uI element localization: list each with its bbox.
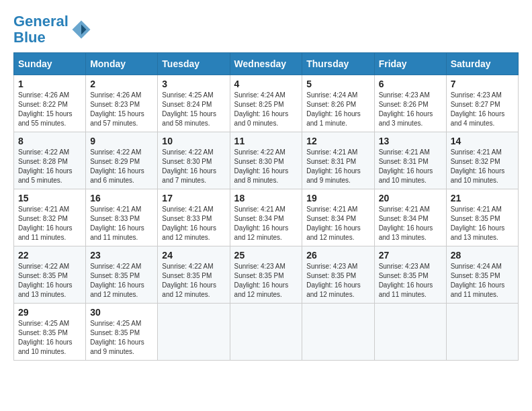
- day-cell-19: 19Sunrise: 4:21 AMSunset: 8:34 PMDayligh…: [302, 189, 374, 246]
- day-cell-18: 18Sunrise: 4:21 AMSunset: 8:34 PMDayligh…: [230, 189, 302, 246]
- day-info: Sunrise: 4:22 AMSunset: 8:29 PMDaylight:…: [90, 148, 153, 185]
- day-info: Sunrise: 4:21 AMSunset: 8:32 PMDaylight:…: [451, 148, 514, 185]
- day-info: Sunrise: 4:21 AMSunset: 8:31 PMDaylight:…: [379, 148, 442, 185]
- day-cell-4: 4Sunrise: 4:24 AMSunset: 8:25 PMDaylight…: [230, 75, 302, 132]
- week-row-5: 29Sunrise: 4:25 AMSunset: 8:35 PMDayligh…: [14, 304, 519, 361]
- empty-cell: [302, 304, 374, 361]
- day-info: Sunrise: 4:25 AMSunset: 8:24 PMDaylight:…: [162, 91, 225, 128]
- day-number: 6: [379, 79, 442, 89]
- day-cell-2: 2Sunrise: 4:26 AMSunset: 8:23 PMDaylight…: [86, 75, 158, 132]
- day-number: 9: [90, 136, 153, 146]
- day-number: 10: [162, 136, 225, 146]
- day-cell-20: 20Sunrise: 4:21 AMSunset: 8:34 PMDayligh…: [374, 189, 446, 246]
- day-number: 11: [234, 136, 298, 146]
- day-cell-22: 22Sunrise: 4:22 AMSunset: 8:35 PMDayligh…: [14, 246, 86, 304]
- day-cell-11: 11Sunrise: 4:22 AMSunset: 8:30 PMDayligh…: [230, 132, 302, 189]
- day-number: 7: [451, 79, 514, 89]
- day-number: 23: [90, 250, 153, 261]
- day-info: Sunrise: 4:21 AMSunset: 8:31 PMDaylight:…: [306, 148, 369, 185]
- empty-cell: [230, 304, 302, 361]
- header-monday: Monday: [86, 53, 158, 75]
- calendar-table: SundayMondayTuesdayWednesdayThursdayFrid…: [13, 52, 519, 361]
- empty-cell: [446, 304, 518, 361]
- day-info: Sunrise: 4:23 AMSunset: 8:35 PMDaylight:…: [234, 262, 298, 300]
- day-number: 4: [234, 79, 298, 89]
- day-info: Sunrise: 4:21 AMSunset: 8:35 PMDaylight:…: [451, 205, 514, 242]
- day-info: Sunrise: 4:26 AMSunset: 8:22 PMDaylight:…: [18, 91, 81, 128]
- day-info: Sunrise: 4:21 AMSunset: 8:32 PMDaylight:…: [18, 205, 81, 242]
- day-number: 28: [451, 250, 514, 261]
- header-wednesday: Wednesday: [230, 53, 302, 75]
- day-number: 27: [379, 250, 442, 261]
- day-info: Sunrise: 4:21 AMSunset: 8:34 PMDaylight:…: [234, 205, 298, 242]
- day-cell-27: 27Sunrise: 4:23 AMSunset: 8:35 PMDayligh…: [374, 246, 446, 304]
- day-number: 14: [451, 136, 514, 146]
- day-number: 22: [18, 250, 81, 261]
- day-number: 13: [379, 136, 442, 146]
- logo: General Blue: [13, 13, 91, 46]
- day-cell-3: 3Sunrise: 4:25 AMSunset: 8:24 PMDaylight…: [158, 75, 230, 132]
- day-cell-6: 6Sunrise: 4:23 AMSunset: 8:26 PMDaylight…: [374, 75, 446, 132]
- day-number: 3: [162, 79, 225, 89]
- day-number: 5: [306, 79, 369, 89]
- day-info: Sunrise: 4:22 AMSunset: 8:28 PMDaylight:…: [18, 148, 81, 185]
- day-cell-5: 5Sunrise: 4:24 AMSunset: 8:26 PMDaylight…: [302, 75, 374, 132]
- logo-icon: [71, 19, 91, 40]
- day-number: 29: [18, 307, 81, 318]
- day-info: Sunrise: 4:24 AMSunset: 8:26 PMDaylight:…: [306, 91, 369, 128]
- day-cell-29: 29Sunrise: 4:25 AMSunset: 8:35 PMDayligh…: [14, 304, 86, 361]
- day-info: Sunrise: 4:23 AMSunset: 8:26 PMDaylight:…: [379, 91, 442, 128]
- logo-text: General Blue: [13, 13, 69, 46]
- day-cell-26: 26Sunrise: 4:23 AMSunset: 8:35 PMDayligh…: [302, 246, 374, 304]
- day-cell-23: 23Sunrise: 4:22 AMSunset: 8:35 PMDayligh…: [86, 246, 158, 304]
- day-number: 2: [90, 79, 153, 89]
- logo-general: General: [13, 13, 69, 30]
- day-info: Sunrise: 4:26 AMSunset: 8:23 PMDaylight:…: [90, 91, 153, 128]
- day-number: 19: [306, 193, 369, 203]
- day-cell-10: 10Sunrise: 4:22 AMSunset: 8:30 PMDayligh…: [158, 132, 230, 189]
- day-number: 15: [18, 193, 81, 203]
- day-info: Sunrise: 4:22 AMSunset: 8:35 PMDaylight:…: [18, 262, 81, 300]
- day-cell-16: 16Sunrise: 4:21 AMSunset: 8:33 PMDayligh…: [86, 189, 158, 246]
- day-number: 21: [451, 193, 514, 203]
- header-friday: Friday: [374, 53, 446, 75]
- day-cell-17: 17Sunrise: 4:21 AMSunset: 8:33 PMDayligh…: [158, 189, 230, 246]
- day-cell-28: 28Sunrise: 4:24 AMSunset: 8:35 PMDayligh…: [446, 246, 518, 304]
- day-info: Sunrise: 4:23 AMSunset: 8:35 PMDaylight:…: [306, 262, 369, 300]
- day-info: Sunrise: 4:22 AMSunset: 8:35 PMDaylight:…: [90, 262, 153, 300]
- day-number: 26: [306, 250, 369, 261]
- header-sunday: Sunday: [14, 53, 86, 75]
- day-info: Sunrise: 4:21 AMSunset: 8:34 PMDaylight:…: [306, 205, 369, 242]
- day-cell-25: 25Sunrise: 4:23 AMSunset: 8:35 PMDayligh…: [230, 246, 302, 304]
- day-number: 12: [306, 136, 369, 146]
- day-info: Sunrise: 4:23 AMSunset: 8:27 PMDaylight:…: [451, 91, 514, 128]
- day-info: Sunrise: 4:22 AMSunset: 8:35 PMDaylight:…: [162, 262, 225, 300]
- day-info: Sunrise: 4:25 AMSunset: 8:35 PMDaylight:…: [18, 319, 81, 357]
- header-thursday: Thursday: [302, 53, 374, 75]
- day-info: Sunrise: 4:21 AMSunset: 8:33 PMDaylight:…: [162, 205, 225, 242]
- day-cell-9: 9Sunrise: 4:22 AMSunset: 8:29 PMDaylight…: [86, 132, 158, 189]
- day-cell-15: 15Sunrise: 4:21 AMSunset: 8:32 PMDayligh…: [14, 189, 86, 246]
- day-cell-24: 24Sunrise: 4:22 AMSunset: 8:35 PMDayligh…: [158, 246, 230, 304]
- day-info: Sunrise: 4:24 AMSunset: 8:35 PMDaylight:…: [451, 262, 514, 300]
- header-row: SundayMondayTuesdayWednesdayThursdayFrid…: [14, 53, 519, 75]
- week-row-3: 15Sunrise: 4:21 AMSunset: 8:32 PMDayligh…: [14, 189, 519, 246]
- page-header: General Blue: [13, 13, 519, 46]
- day-cell-30: 30Sunrise: 4:25 AMSunset: 8:35 PMDayligh…: [86, 304, 158, 361]
- day-number: 8: [18, 136, 81, 146]
- day-info: Sunrise: 4:22 AMSunset: 8:30 PMDaylight:…: [162, 148, 225, 185]
- day-number: 20: [379, 193, 442, 203]
- empty-cell: [158, 304, 230, 361]
- day-number: 25: [234, 250, 298, 261]
- empty-cell: [374, 304, 446, 361]
- day-info: Sunrise: 4:21 AMSunset: 8:33 PMDaylight:…: [90, 205, 153, 242]
- day-cell-14: 14Sunrise: 4:21 AMSunset: 8:32 PMDayligh…: [446, 132, 518, 189]
- header-saturday: Saturday: [446, 53, 518, 75]
- day-info: Sunrise: 4:21 AMSunset: 8:34 PMDaylight:…: [379, 205, 442, 242]
- day-info: Sunrise: 4:22 AMSunset: 8:30 PMDaylight:…: [234, 148, 298, 185]
- day-cell-21: 21Sunrise: 4:21 AMSunset: 8:35 PMDayligh…: [446, 189, 518, 246]
- day-number: 24: [162, 250, 225, 261]
- day-number: 16: [90, 193, 153, 203]
- day-cell-13: 13Sunrise: 4:21 AMSunset: 8:31 PMDayligh…: [374, 132, 446, 189]
- week-row-2: 8Sunrise: 4:22 AMSunset: 8:28 PMDaylight…: [14, 132, 519, 189]
